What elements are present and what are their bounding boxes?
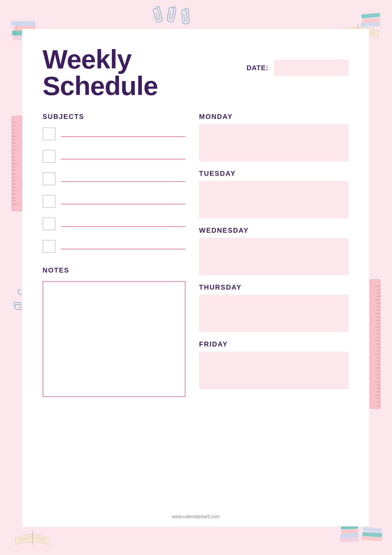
subject-checkbox-5[interactable]: [43, 217, 55, 230]
notes-box[interactable]: [43, 281, 185, 397]
svg-rect-14: [361, 13, 380, 19]
ruler-left-decoration: [10, 116, 24, 211]
notes-section-label: NOTES: [43, 266, 185, 274]
subject-line-6: [61, 249, 185, 249]
monday-box[interactable]: [199, 124, 349, 161]
subject-checkbox-6[interactable]: [43, 240, 55, 253]
svg-rect-15: [362, 18, 380, 23]
main-card: Weekly Schedule DATE: SUBJECTS: [22, 29, 369, 526]
wednesday-section: WEDNESDAY: [199, 227, 349, 275]
svg-rect-17: [370, 279, 380, 409]
friday-section: FRIDAY: [199, 340, 349, 389]
subject-checkbox-2[interactable]: [43, 150, 55, 163]
page-title: Weekly Schedule: [43, 46, 158, 99]
monday-section: MONDAY: [199, 113, 349, 161]
svg-rect-90: [362, 532, 382, 537]
subject-item-5: [43, 217, 185, 230]
svg-rect-91: [361, 536, 382, 541]
svg-line-81: [19, 537, 31, 539]
svg-rect-16: [361, 22, 380, 27]
date-area: DATE:: [246, 60, 349, 76]
svg-rect-89: [363, 527, 382, 533]
header: Weekly Schedule DATE:: [43, 46, 349, 99]
subject-checkbox-4[interactable]: [43, 195, 55, 208]
footer: www.calendarkart.com: [22, 513, 369, 520]
content-columns: SUBJECTS: [43, 113, 349, 397]
wednesday-box[interactable]: [199, 238, 349, 275]
left-column: SUBJECTS: [43, 113, 185, 397]
subject-line-1: [61, 136, 185, 137]
thursday-box[interactable]: [199, 295, 349, 332]
friday-box[interactable]: [199, 352, 349, 389]
svg-rect-87: [340, 533, 359, 539]
date-input-box[interactable]: [274, 60, 349, 76]
thursday-section: THURSDAY: [199, 283, 349, 332]
paperclips-top-decoration: [150, 6, 191, 27]
svg-rect-86: [342, 529, 358, 534]
subject-line-4: [61, 204, 185, 204]
svg-line-84: [34, 538, 46, 541]
subject-item-2: [43, 150, 185, 163]
subjects-section-label: SUBJECTS: [43, 113, 185, 121]
friday-label: FRIDAY: [199, 340, 349, 348]
subject-item-6: [43, 240, 185, 253]
subject-line-2: [61, 159, 185, 159]
footer-website: www.calendarkart.com: [172, 514, 220, 519]
wednesday-label: WEDNESDAY: [199, 227, 349, 234]
subject-item-1: [43, 127, 185, 140]
svg-rect-55: [12, 116, 22, 211]
subject-checkbox-1[interactable]: [43, 127, 55, 140]
subject-item-4: [43, 195, 185, 208]
tuesday-label: TUESDAY: [199, 170, 349, 178]
svg-line-82: [19, 538, 31, 541]
subject-line-3: [61, 181, 185, 182]
date-label: DATE:: [246, 64, 268, 72]
right-column: MONDAY TUESDAY WEDNESDAY THURSDAY FRIDAY: [199, 113, 349, 397]
subject-item-3: [43, 172, 185, 185]
svg-rect-2: [11, 21, 35, 26]
subject-line-5: [61, 226, 185, 227]
tuesday-section: TUESDAY: [199, 170, 349, 218]
thursday-label: THURSDAY: [199, 283, 349, 291]
monday-label: MONDAY: [199, 113, 349, 121]
tuesday-box[interactable]: [199, 181, 349, 218]
svg-rect-88: [340, 537, 359, 542]
ruler-right-decoration: [368, 279, 382, 409]
svg-line-83: [34, 537, 46, 539]
subject-checkbox-3[interactable]: [43, 172, 55, 185]
